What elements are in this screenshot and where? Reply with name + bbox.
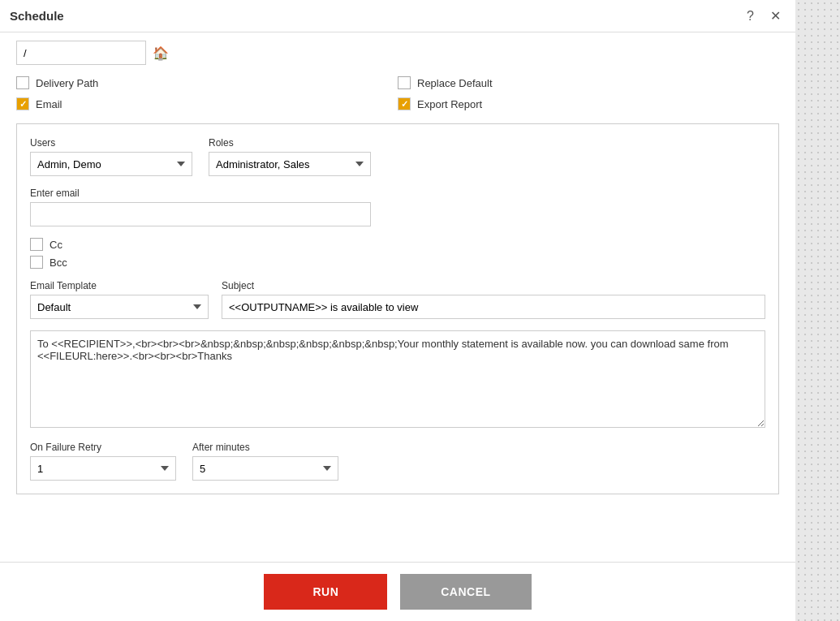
cc-bcc-row: Cc Bcc	[30, 238, 765, 269]
enter-email-label: Enter email	[30, 188, 765, 199]
help-button[interactable]: ?	[742, 7, 759, 25]
replace-default-checkbox-item[interactable]: Replace Default	[398, 76, 779, 89]
users-label: Users	[30, 137, 192, 149]
users-roles-row: Users Admin, Demo Roles Administrator, S…	[30, 137, 765, 176]
checkbox-col-right: Replace Default Export Report	[398, 76, 779, 110]
retry-row: On Failure Retry 1 2 3 After minutes 5 1…	[30, 442, 765, 481]
email-label: Email	[36, 98, 62, 110]
checkbox-col-left: Delivery Path Email	[16, 76, 398, 110]
email-template-select[interactable]: Default	[30, 295, 209, 319]
body-textarea[interactable]: To <<RECIPIENT>>,<br><br><br>&nbsp;&nbsp…	[30, 330, 765, 428]
email-checkbox[interactable]	[16, 97, 29, 110]
title-bar-actions: ? ✕	[742, 6, 786, 25]
after-minutes-select[interactable]: 5 10 15 30	[192, 456, 338, 481]
delivery-path-checkbox-item[interactable]: Delivery Path	[16, 76, 398, 89]
delivery-path-checkbox[interactable]	[16, 76, 29, 89]
checkboxes-row: Delivery Path Email Replace Default Expo…	[16, 76, 779, 110]
enter-email-input[interactable]	[30, 202, 371, 226]
cc-label: Cc	[50, 239, 62, 251]
inner-panel: Users Admin, Demo Roles Administrator, S…	[16, 123, 779, 494]
bottom-bar: RUN CANCEL	[0, 562, 795, 621]
replace-default-label: Replace Default	[417, 77, 493, 89]
path-input[interactable]	[16, 41, 146, 65]
export-report-checkbox-item[interactable]: Export Report	[398, 97, 779, 110]
replace-default-checkbox[interactable]	[398, 76, 411, 89]
roles-label: Roles	[209, 137, 371, 149]
dialog: Schedule ? ✕ 🏠 Delivery Path Email	[0, 0, 795, 621]
users-select[interactable]: Admin, Demo	[30, 152, 192, 176]
bcc-checkbox-item[interactable]: Bcc	[30, 256, 765, 269]
email-checkbox-item[interactable]: Email	[16, 97, 398, 110]
after-minutes-group: After minutes 5 10 15 30	[192, 442, 338, 481]
export-report-label: Export Report	[417, 98, 482, 110]
bcc-checkbox[interactable]	[30, 256, 43, 269]
run-button[interactable]: RUN	[264, 574, 387, 610]
cancel-button[interactable]: CANCEL	[400, 574, 531, 610]
on-failure-retry-select[interactable]: 1 2 3	[30, 456, 176, 481]
export-report-checkbox[interactable]	[398, 97, 411, 110]
subject-group: Subject	[222, 280, 765, 319]
roles-select[interactable]: Administrator, Sales	[209, 152, 371, 176]
email-template-label: Email Template	[30, 280, 209, 291]
right-panel	[795, 0, 840, 621]
template-group: Email Template Default	[30, 280, 209, 319]
dialog-title: Schedule	[10, 9, 64, 23]
enter-email-group: Enter email	[30, 188, 765, 226]
delivery-path-label: Delivery Path	[36, 77, 98, 89]
title-bar: Schedule ? ✕	[0, 0, 795, 32]
after-minutes-label: After minutes	[192, 442, 338, 453]
template-subject-row: Email Template Default Subject	[30, 280, 765, 319]
cc-checkbox[interactable]	[30, 238, 43, 251]
close-button[interactable]: ✕	[765, 6, 786, 25]
path-row: 🏠	[16, 41, 779, 65]
subject-input[interactable]	[222, 295, 765, 319]
on-failure-retry-group: On Failure Retry 1 2 3	[30, 442, 176, 481]
dialog-scroll-area[interactable]: 🏠 Delivery Path Email Replace Default	[0, 32, 795, 562]
home-button[interactable]: 🏠	[153, 45, 169, 61]
roles-group: Roles Administrator, Sales	[209, 137, 371, 176]
bcc-label: Bcc	[50, 257, 67, 269]
subject-label: Subject	[222, 280, 765, 291]
on-failure-retry-label: On Failure Retry	[30, 442, 176, 453]
users-group: Users Admin, Demo	[30, 137, 192, 176]
cc-checkbox-item[interactable]: Cc	[30, 238, 765, 251]
